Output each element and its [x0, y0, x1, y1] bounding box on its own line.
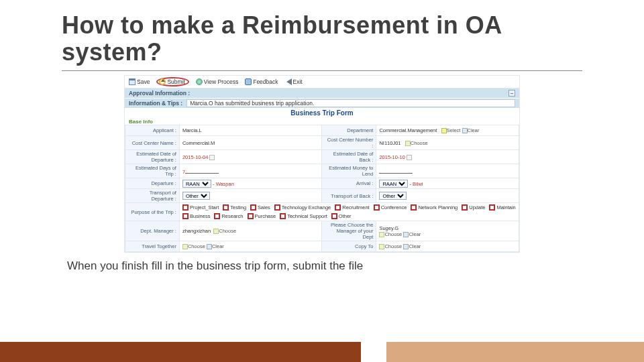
choose-action[interactable]: Choose: [219, 228, 236, 234]
purpose-checkbox[interactable]: Research: [214, 213, 243, 219]
purpose-label: Technical Support: [287, 213, 327, 219]
choose-action[interactable]: Choose: [384, 243, 402, 249]
save-button[interactable]: Save: [129, 78, 150, 85]
title-underline: [62, 70, 582, 71]
departure-city[interactable]: Waspan: [216, 181, 234, 187]
travel-together-cell: Choose Clear: [179, 241, 322, 252]
purpose-label: Purchase: [255, 213, 276, 219]
purpose-checkbox[interactable]: Sales: [250, 204, 270, 210]
checkbox-icon: [214, 213, 220, 219]
arrival-label: Arrival :: [322, 178, 376, 189]
checkbox-icon: [462, 204, 468, 210]
choose-action[interactable]: Choose: [188, 243, 205, 249]
select-icon[interactable]: [441, 128, 447, 133]
purpose-label: Network Planning: [418, 204, 458, 210]
choose-action[interactable]: Choose: [411, 140, 428, 146]
departure-region-select[interactable]: RAAN: [182, 180, 211, 188]
trans-dep-label: Transport of Departure :: [125, 189, 180, 203]
choose-mgr-value: Sugey.G: [379, 225, 398, 231]
purpose-cell: Project_StartTestingSalesTechnology Exch…: [179, 203, 519, 221]
date-picker-icon[interactable]: [407, 155, 412, 160]
purpose-checkbox[interactable]: Technical Support: [280, 213, 327, 219]
exit-button[interactable]: Exit: [285, 78, 303, 85]
choose-icon[interactable]: [405, 141, 411, 146]
dept-mgr-value: zhangxizhan: [182, 228, 211, 234]
choose-action[interactable]: Choose: [384, 231, 402, 237]
table-row: Departure : RAAN - Waspan Arrival : RAAN…: [125, 178, 519, 189]
purpose-checkbox[interactable]: Maintain: [489, 204, 515, 210]
days-underline: [185, 168, 219, 174]
table-row: Estimated Days of Trip : 7 Estimated Mon…: [125, 164, 519, 178]
purpose-checkbox[interactable]: Business: [182, 213, 210, 219]
submit-icon: [159, 78, 166, 85]
purpose-checkbox[interactable]: Purchase: [248, 213, 276, 219]
table-row: Estimated Date of Departure : 2015-10-04…: [125, 150, 519, 164]
clear-icon[interactable]: [207, 244, 212, 249]
checkbox-icon: [250, 204, 256, 210]
clear-action[interactable]: Clear: [409, 243, 421, 249]
purpose-label: Business: [190, 213, 210, 219]
view-process-button[interactable]: View Process: [196, 78, 238, 85]
purpose-checkbox[interactable]: Testing: [223, 204, 246, 210]
purpose-label: Purpose of the Trip :: [125, 203, 180, 221]
purpose-checkbox[interactable]: Recruitment: [335, 204, 369, 210]
choose-mgr-cell: Sugey.G Choose Clear: [376, 221, 519, 241]
department-value: Commercial.Management: [379, 127, 437, 133]
purpose-label: Project_Start: [190, 204, 219, 210]
trans-back-label: Transport of Back :: [322, 189, 376, 203]
money-cell[interactable]: [376, 164, 519, 178]
info-tips-row: Information & Tips : Marcia.O has submit…: [125, 99, 519, 108]
choose-icon[interactable]: [182, 244, 188, 249]
date-picker-icon[interactable]: [209, 155, 215, 160]
arrival-cell: RAAN - Bilwi: [376, 178, 519, 189]
submit-button[interactable]: Submit: [156, 77, 189, 86]
save-icon: [129, 78, 136, 85]
clear-icon[interactable]: [462, 128, 468, 133]
collapse-icon[interactable]: –: [508, 90, 515, 97]
clear-action[interactable]: Clear: [468, 127, 480, 133]
purpose-checkbox[interactable]: Conference: [374, 204, 407, 210]
table-row: Cost Center Name : Commercial.M Cost Cen…: [125, 136, 519, 150]
business-trip-form: Applicant : Marcia.L Department Commerci…: [125, 125, 519, 252]
dept-mgr-cell: zhangxizhan Choose: [179, 221, 322, 241]
departure-label: Departure :: [125, 178, 180, 189]
copy-to-label: Copy To: [322, 241, 376, 252]
departure-cell: RAAN - Waspan: [179, 178, 322, 189]
clear-action[interactable]: Clear: [409, 231, 421, 237]
feedback-icon: [245, 78, 252, 85]
applicant-value: Marcia.L: [179, 125, 322, 136]
process-icon: [196, 78, 203, 85]
dep-date-label: Estimated Date of Departure :: [125, 150, 180, 164]
clear-action[interactable]: Clear: [212, 243, 224, 249]
checkbox-icon: [335, 204, 341, 210]
purpose-checkbox[interactable]: Project_Start: [182, 204, 219, 210]
trans-dep-select[interactable]: Other: [182, 192, 210, 200]
purpose-label: Update: [469, 204, 485, 210]
purpose-checkbox[interactable]: Other: [331, 213, 352, 219]
dep-date-value[interactable]: 2015-10-04: [182, 154, 208, 160]
applicant-label: Applicant :: [125, 125, 180, 136]
purpose-checkbox[interactable]: Update: [462, 204, 485, 210]
arrival-region-select[interactable]: RAAN: [379, 180, 408, 188]
ccnum-label: Cost Center Number :: [322, 136, 376, 150]
checkbox-icon: [331, 213, 337, 219]
view-process-label: View Process: [204, 78, 238, 85]
purpose-label: Sales: [258, 204, 270, 210]
feedback-button[interactable]: Feedback: [245, 78, 278, 85]
slide-footer-bar: [0, 342, 644, 362]
trans-back-select[interactable]: Other: [379, 192, 407, 200]
ccname-value: Commercial.M: [179, 136, 322, 150]
purpose-checkbox[interactable]: Network Planning: [411, 204, 458, 210]
days-cell: 7: [179, 164, 322, 178]
oa-app-screenshot: Save Submit View Process Feedback Exit A…: [124, 75, 520, 253]
purpose-label: Recruitment: [342, 204, 369, 210]
select-action[interactable]: Select: [447, 127, 461, 133]
arrival-city[interactable]: Bilwi: [413, 181, 423, 187]
back-date-value[interactable]: 2015-10-10: [379, 154, 405, 160]
slide-caption: When you finish fill in the business tri…: [0, 253, 644, 273]
purpose-label: Testing: [230, 204, 246, 210]
purpose-checkbox[interactable]: Technology Exchange: [274, 204, 331, 210]
toolbar: Save Submit View Process Feedback Exit: [125, 76, 519, 88]
table-row: Travel Together Choose Clear Copy To Cho…: [125, 241, 519, 252]
copy-to-cell: Choose Clear: [376, 241, 519, 252]
